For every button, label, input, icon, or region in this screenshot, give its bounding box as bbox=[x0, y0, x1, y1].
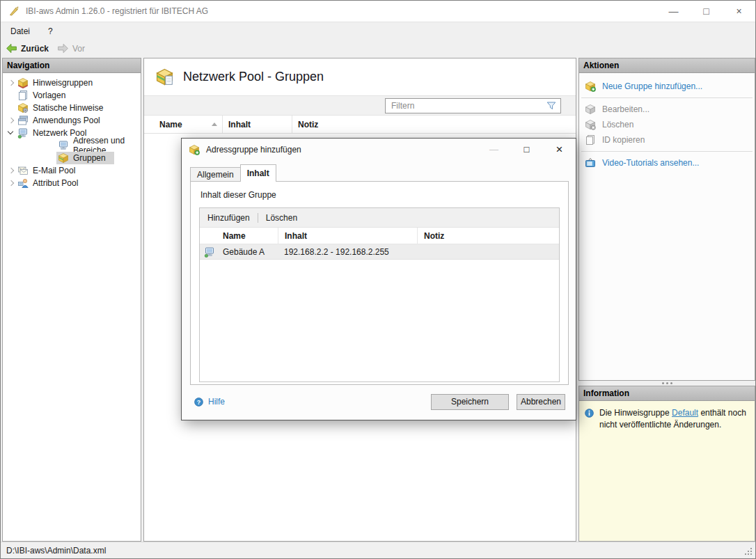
main-toolbar: Zurück Vor bbox=[1, 40, 755, 57]
tab-allgemein[interactable]: Allgemein bbox=[190, 167, 241, 182]
filter-row bbox=[144, 95, 576, 116]
application-pool-icon bbox=[17, 115, 29, 126]
column-header-name[interactable]: Name bbox=[219, 228, 278, 244]
grid-add-button[interactable]: Hinzufügen bbox=[207, 213, 250, 223]
action-video-tutorials[interactable]: Video-Tutorials ansehen... bbox=[579, 155, 755, 171]
information-panel: Information Die Hinweisgruppe Default en… bbox=[578, 386, 755, 542]
main-header: Netzwerk Pool - Gruppen bbox=[144, 58, 576, 95]
column-header-name[interactable]: Name bbox=[144, 116, 222, 133]
back-arrow-icon bbox=[6, 42, 17, 54]
column-header-notiz[interactable]: Notiz bbox=[292, 116, 576, 133]
sidebar-item-vorlagen[interactable]: Vorlagen bbox=[3, 89, 141, 102]
sidebar-item-email-pool[interactable]: E-Mail Pool bbox=[3, 164, 141, 177]
chevron-spacer bbox=[6, 90, 16, 100]
dialog-titlebar: Adressgruppe hinzufügen — □ × bbox=[182, 139, 576, 160]
app-logo-icon bbox=[8, 6, 19, 17]
add-group-icon bbox=[585, 81, 596, 92]
navigation-panel-header: Navigation bbox=[3, 58, 141, 73]
help-link[interactable]: ? Hilfe bbox=[194, 396, 225, 407]
app-window: IBI-aws Admin 1.26.0 - registriert für I… bbox=[0, 0, 756, 559]
grid-delete-button[interactable]: Löschen bbox=[266, 213, 297, 223]
action-copy-id[interactable]: ID kopieren bbox=[579, 132, 755, 148]
filter-input[interactable] bbox=[386, 101, 546, 111]
default-group-link[interactable]: Default bbox=[672, 408, 698, 418]
separator bbox=[581, 151, 753, 152]
info-icon bbox=[584, 408, 594, 418]
sort-ascending-icon bbox=[212, 123, 217, 126]
chevron-right-icon[interactable] bbox=[6, 78, 16, 88]
resize-grip-icon[interactable] bbox=[745, 548, 753, 556]
addresses-icon bbox=[58, 140, 69, 151]
video-tutorials-icon bbox=[585, 157, 596, 168]
sidebar-item-statische-hinweise[interactable]: Statische Hinweise bbox=[3, 102, 141, 114]
dialog-close-button[interactable]: × bbox=[543, 139, 576, 160]
menu-datei[interactable]: Datei bbox=[10, 26, 30, 36]
column-header-icon bbox=[200, 228, 219, 244]
chevron-right-icon[interactable] bbox=[6, 178, 16, 188]
forward-arrow-icon bbox=[57, 42, 69, 54]
page-title: Netzwerk Pool - Gruppen bbox=[183, 70, 324, 84]
information-message: Die Hinweisgruppe Default enthält noch n… bbox=[579, 401, 755, 432]
templates-icon bbox=[17, 90, 29, 101]
dialog-controls: — □ × bbox=[478, 139, 576, 160]
sidebar-item-attribut-pool[interactable]: Attribut Pool bbox=[3, 177, 141, 189]
email-pool-icon bbox=[17, 165, 29, 176]
sidebar-item-anwendungs-pool[interactable]: Anwendungs Pool bbox=[3, 114, 141, 127]
table-row[interactable]: Gebäude A 192.168.2.2 - 192.168.2.255 bbox=[200, 244, 559, 260]
chevron-right-icon[interactable] bbox=[6, 116, 16, 125]
information-panel-header: Information bbox=[579, 386, 755, 401]
panel-splitter[interactable] bbox=[578, 381, 755, 386]
chevron-right-icon[interactable] bbox=[6, 166, 16, 175]
sidebar-item-adressen-und-bereiche[interactable]: Adressen und Bereiche bbox=[3, 139, 141, 152]
actions-panel-header: Aktionen bbox=[579, 58, 755, 73]
column-header-notiz[interactable]: Notiz bbox=[417, 228, 559, 244]
network-pool-icon bbox=[17, 127, 29, 139]
svg-text:?: ? bbox=[197, 399, 200, 406]
maximize-button[interactable]: □ bbox=[690, 1, 723, 22]
titlebar: IBI-aws Admin 1.26.0 - registriert für I… bbox=[1, 1, 755, 22]
column-header-inhalt[interactable]: Inhalt bbox=[278, 228, 417, 244]
chevron-down-icon[interactable] bbox=[6, 128, 16, 138]
data-file-path: D:\IBI-aws\Admin\Data.xml bbox=[6, 546, 106, 556]
tab-content-inhalt: Inhalt dieser Gruppe Hinzufügen Löschen … bbox=[190, 181, 569, 385]
dialog-tabs: Allgemein Inhalt bbox=[190, 164, 276, 182]
forward-button[interactable]: Vor bbox=[57, 42, 85, 54]
edit-icon bbox=[585, 104, 596, 115]
navigation-panel: Navigation Hinweisgruppen Vorlagen Stati… bbox=[2, 58, 141, 542]
dialog-add-group-icon bbox=[189, 144, 200, 155]
dialog-maximize-button[interactable]: □ bbox=[510, 139, 543, 160]
menu-help[interactable]: ? bbox=[48, 26, 53, 36]
groups-icon bbox=[58, 152, 69, 164]
sidebar-item-hinweisgruppen[interactable]: Hinweisgruppen bbox=[3, 77, 141, 89]
group-content-label: Inhalt dieser Gruppe bbox=[200, 190, 276, 200]
action-add-group[interactable]: Neue Gruppe hinzufügen... bbox=[579, 79, 755, 94]
grid-toolbar: Hinzufügen Löschen bbox=[200, 208, 559, 228]
filter-icon[interactable] bbox=[546, 100, 557, 111]
dialog-minimize-button: — bbox=[478, 139, 510, 160]
help-icon: ? bbox=[194, 397, 204, 407]
cancel-button[interactable]: Abbrechen bbox=[517, 394, 565, 410]
network-groups-icon bbox=[155, 68, 174, 86]
filter-box bbox=[385, 98, 561, 113]
close-button[interactable]: × bbox=[723, 1, 755, 22]
statusbar: D:\IBI-aws\Admin\Data.xml bbox=[1, 542, 755, 558]
actions-panel: Aktionen Neue Gruppe hinzufügen... Bearb… bbox=[578, 58, 755, 381]
action-delete[interactable]: Löschen bbox=[579, 117, 755, 132]
window-title: IBI-aws Admin 1.26.0 - registriert für I… bbox=[26, 6, 208, 16]
grid-header: Name Inhalt Notiz bbox=[200, 228, 559, 244]
menubar: Datei ? bbox=[1, 23, 755, 40]
notice-group-icon bbox=[17, 77, 29, 88]
window-controls: — □ × bbox=[657, 1, 755, 22]
delete-icon bbox=[585, 119, 596, 130]
minimize-button[interactable]: — bbox=[657, 1, 690, 22]
group-content-grid: Hinzufügen Löschen Name Inhalt Notiz Geb… bbox=[199, 207, 560, 382]
add-address-group-dialog: Adressgruppe hinzufügen — □ × Allgemein … bbox=[181, 138, 576, 420]
save-button[interactable]: Speichern bbox=[431, 394, 509, 410]
back-button[interactable]: Zurück bbox=[6, 42, 49, 54]
action-list: Neue Gruppe hinzufügen... Bearbeiten... … bbox=[579, 73, 755, 171]
tab-inhalt[interactable]: Inhalt bbox=[240, 164, 276, 182]
action-edit[interactable]: Bearbeiten... bbox=[579, 102, 755, 117]
column-header-inhalt[interactable]: Inhalt bbox=[222, 116, 292, 133]
table-header: Name Inhalt Notiz bbox=[144, 116, 576, 134]
dialog-footer: ? Hilfe Speichern Abbrechen bbox=[182, 388, 576, 420]
